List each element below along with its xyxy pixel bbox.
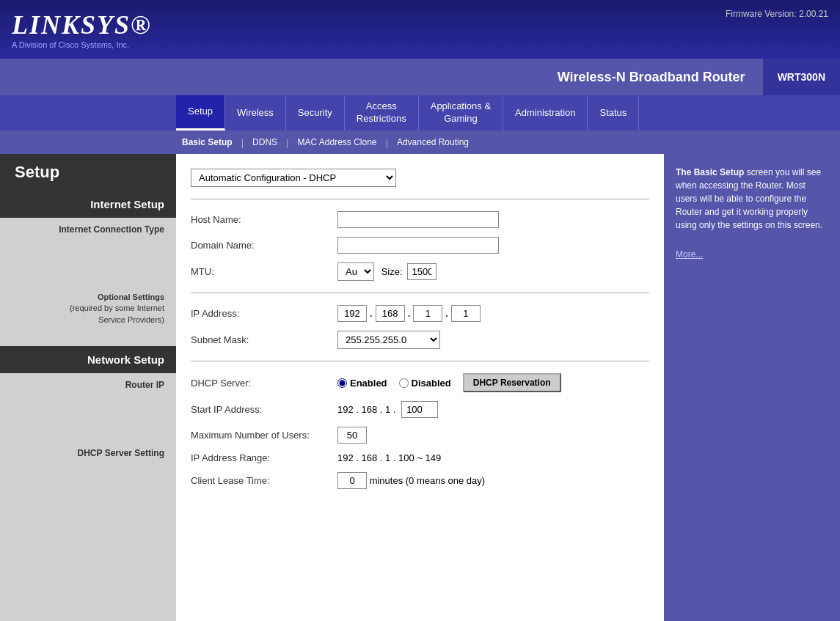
start-ip-prefix: 192 . 168 . 1 . [337,404,396,415]
header-top: LINKSYS® A Division of Cisco Systems, In… [0,0,840,59]
sidebar-item-router-ip: Router IP [0,373,176,397]
sidebar-item-optional-settings: Optional Settings (required by some Inte… [0,286,176,331]
mtu-size-input[interactable] [407,263,437,280]
sub-tab-mac-address-clone[interactable]: MAC Address Clone [292,137,383,147]
ip-octet-1[interactable] [337,305,367,322]
main-content: Automatic Configuration - DHCP Static IP… [176,154,664,621]
logo-text: LINKSYS® [12,10,152,40]
connection-type-select[interactable]: Automatic Configuration - DHCP Static IP… [191,169,396,187]
sub-tab-advanced-routing[interactable]: Advanced Routing [391,137,475,147]
logo-area: LINKSYS® A Division of Cisco Systems, In… [12,10,152,49]
dhcp-reservation-button[interactable]: DHCP Reservation [463,373,561,392]
tab-administration[interactable]: Administration [503,95,588,131]
tab-wireless[interactable]: Wireless [225,95,286,131]
page-title: Setup [0,154,176,191]
sidebar: Setup Internet Setup Internet Connection… [0,154,176,621]
sidebar-item-dhcp-setting: DHCP Server Setting [0,441,176,466]
domain-name-label: Domain Name: [191,240,337,251]
tab-status[interactable]: Status [588,95,639,131]
mtu-label: MTU: [191,266,337,277]
host-name-input[interactable] [337,211,499,228]
ip-range-value: 192 . 168 . 1 . 100 ~ 149 [337,452,441,463]
sidebar-item-connection-type: Internet Connection Type [0,218,176,242]
dhcp-disabled-text: Disabled [412,378,451,389]
product-model: WRT300N [763,59,840,95]
sub-tab-basic-setup[interactable]: Basic Setup [176,137,238,147]
dhcp-server-row: DHCP Server: Enabled Disabled DHCP Reser… [191,373,649,392]
dhcp-radio-group: Enabled Disabled DHCP Reservation [337,373,561,392]
max-users-label: Maximum Number of Users: [191,430,337,441]
tab-setup[interactable]: Setup [176,95,225,131]
dhcp-enabled-label[interactable]: Enabled [337,378,387,389]
nav-tabs: Setup Wireless Security AccessRestrictio… [0,95,840,131]
page-layout: Setup Internet Setup Internet Connection… [0,154,840,621]
sub-nav: Basic Setup | DDNS | MAC Address Clone |… [0,131,840,154]
subnet-mask-label: Subnet Mask: [191,334,337,345]
tab-security[interactable]: Security [286,95,345,131]
subnet-mask-row: Subnet Mask: 255.255.255.0 255.255.0.0 2… [191,331,649,349]
connection-type-row: Automatic Configuration - DHCP Static IP… [191,169,649,187]
max-users-input[interactable] [337,427,367,444]
sidebar-section-network-setup: Network Setup [0,346,176,373]
subnet-mask-select[interactable]: 255.255.255.0 255.255.0.0 255.0.0.0 [337,331,440,349]
tab-access-restrictions[interactable]: AccessRestrictions [345,95,419,131]
ip-range-row: IP Address Range: 192 . 168 . 1 . 100 ~ … [191,452,649,463]
domain-name-row: Domain Name: [191,237,649,254]
divider-3 [191,361,649,361]
lease-time-input[interactable] [337,472,367,489]
dhcp-enabled-radio[interactable] [337,378,347,388]
ip-address-row: IP Address: . . . [191,305,649,322]
product-name: Wireless-N Broadband Router [558,70,745,85]
lease-time-label: Client Lease Time: [191,475,337,486]
ip-input-group: . . . [337,305,481,322]
firmware-version: Firmware Version: 2.00.21 [726,6,828,19]
lease-time-row: Client Lease Time: minutes (0 means one … [191,472,649,489]
start-ip-row: Start IP Address: 192 . 168 . 1 . [191,401,649,418]
ip-octet-3[interactable] [413,305,442,322]
dhcp-disabled-label[interactable]: Disabled [399,378,451,389]
lease-suffix: minutes (0 means one day) [370,475,486,486]
ip-octet-4[interactable] [451,305,481,322]
host-name-label: Host Name: [191,214,337,225]
header-nav: Wireless-N Broadband Router WRT300N [0,59,840,95]
size-label: Size: [381,266,403,277]
start-ip-last[interactable] [401,401,438,418]
mtu-row: MTU: Auto Manual Size: [191,262,649,281]
help-panel: The Basic Setup screen you will see when… [664,154,840,621]
start-ip-label: Start IP Address: [191,404,337,415]
product-model-text: WRT300N [778,71,825,83]
ip-octet-2[interactable] [376,305,405,322]
divider-2 [191,293,649,293]
sub-tab-ddns[interactable]: DDNS [246,137,283,147]
divider-1 [191,199,649,199]
host-name-row: Host Name: [191,211,649,228]
more-link[interactable]: More... [676,249,703,260]
dhcp-server-label: DHCP Server: [191,378,337,389]
domain-name-input[interactable] [337,237,499,254]
product-banner: Wireless-N Broadband Router [0,59,763,95]
tab-applications-gaming[interactable]: Applications &Gaming [419,95,503,131]
logo-sub: A Division of Cisco Systems, Inc. [12,40,152,49]
ip-address-label: IP Address: [191,308,337,319]
help-text: The Basic Setup screen you will see when… [676,166,828,232]
start-ip-group: 192 . 168 . 1 . [337,401,438,418]
dhcp-disabled-radio[interactable] [399,378,409,388]
max-users-row: Maximum Number of Users: [191,427,649,444]
mtu-select[interactable]: Auto Manual [337,262,374,281]
sidebar-section-internet-setup: Internet Setup [0,191,176,218]
ip-range-label: IP Address Range: [191,452,337,463]
help-bold: The Basic Setup [676,167,744,177]
dhcp-enabled-text: Enabled [350,378,387,389]
